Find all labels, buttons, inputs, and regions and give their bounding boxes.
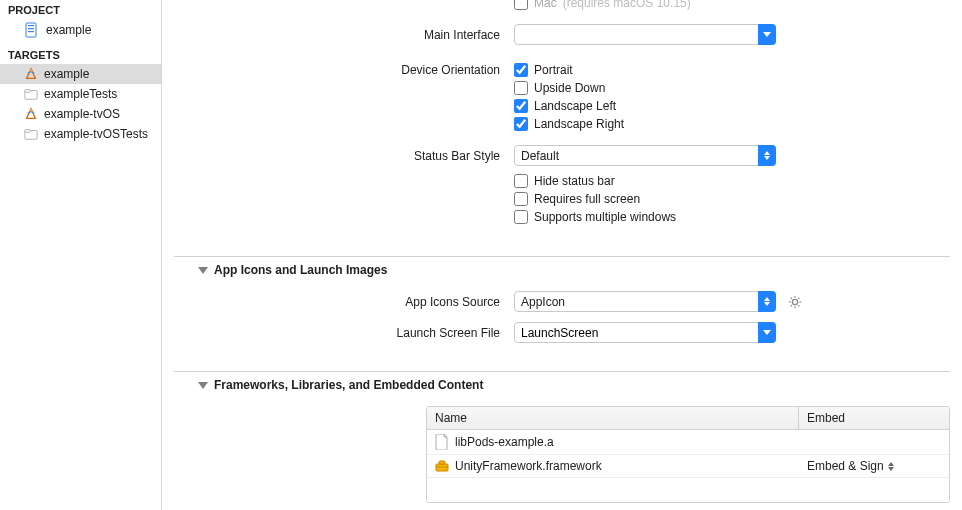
svg-rect-9 [25,130,30,133]
svg-rect-20 [439,461,445,464]
frameworks-embed-select[interactable]: Embed & Sign [799,455,949,477]
project-item-label: example [46,23,91,37]
svg-line-18 [798,297,799,298]
status-bar-style-value: Default [521,149,559,163]
svg-point-10 [792,299,797,304]
mac-checkbox-row: Mac (requires macOS 10.15) [174,0,950,10]
disclosure-triangle-icon[interactable] [198,382,208,389]
launch-screen-label: Launch Screen File [174,326,514,340]
targets-header: TARGETS [0,47,161,64]
orientation-upside-down-checkbox[interactable] [514,81,528,95]
orientation-landscape-left[interactable]: Landscape Left [514,99,624,113]
supports-multiple-windows[interactable]: Supports multiple windows [514,210,676,224]
app-icons-source-select[interactable]: AppIcon [514,291,776,312]
target-item-example-tvos[interactable]: example-tvOS [0,104,161,124]
svg-rect-1 [28,25,34,26]
disclosure-triangle-icon[interactable] [198,267,208,274]
requires-full-screen[interactable]: Requires full screen [514,192,676,206]
sidebar: PROJECT example TARGETS example exampleT… [0,0,162,510]
app-icons-source-row: App Icons Source AppIcon [174,291,950,312]
hide-status-bar-label: Hide status bar [534,174,615,188]
launch-screen-input[interactable] [515,323,775,342]
device-orientation-stack: Portrait Upside Down Landscape Left Land… [514,63,624,135]
target-item-example[interactable]: example [0,64,161,84]
status-bar-style-select[interactable]: Default [514,145,776,166]
orientation-landscape-right-label: Landscape Right [534,117,624,131]
main-interface-combo[interactable] [514,24,776,45]
target-item-label: example-tvOSTests [44,127,148,141]
orientation-portrait[interactable]: Portrait [514,63,624,77]
mac-note: (requires macOS 10.15) [563,0,691,10]
main-interface-row: Main Interface [174,24,950,45]
app-icons-source-value: AppIcon [521,295,565,309]
orientation-landscape-right-checkbox[interactable] [514,117,528,131]
frameworks-col-name[interactable]: Name [427,407,799,429]
launch-screen-combo[interactable] [514,322,776,343]
target-item-label: exampleTests [44,87,117,101]
app-icons-section-title: App Icons and Launch Images [214,263,387,277]
svg-line-15 [791,297,792,298]
status-bar-options-stack: Hide status bar Requires full screen Sup… [514,174,676,228]
frameworks-row-libpods[interactable]: libPods-example.a [427,430,949,455]
svg-rect-6 [25,90,30,93]
mac-label: Mac [534,0,557,10]
main-interface-input[interactable] [515,25,775,44]
svg-line-17 [791,305,792,306]
orientation-upside-down-label: Upside Down [534,81,605,95]
svg-rect-3 [28,31,34,32]
orientation-landscape-right[interactable]: Landscape Right [514,117,624,131]
requires-full-screen-label: Requires full screen [534,192,640,206]
status-bar-style-row: Status Bar Style Default [174,145,950,166]
folder-icon [24,87,38,101]
device-orientation-label: Device Orientation [174,63,514,77]
updown-arrows-icon[interactable] [758,145,776,166]
orientation-portrait-checkbox[interactable] [514,63,528,77]
frameworks-section-header[interactable]: Frameworks, Libraries, and Embedded Cont… [198,378,950,392]
frameworks-row-embed: Embed & Sign [807,459,884,473]
frameworks-row-name: libPods-example.a [455,435,554,449]
status-bar-options-row: Hide status bar Requires full screen Sup… [174,174,950,228]
updown-arrows-icon[interactable] [758,291,776,312]
target-item-label: example [44,67,89,81]
dropdown-arrow-icon[interactable] [758,322,776,343]
target-item-example-tvos-tests[interactable]: example-tvOSTests [0,124,161,144]
frameworks-row-unityframework[interactable]: UnityFramework.framework Embed & Sign [427,455,949,478]
frameworks-col-embed[interactable]: Embed [799,407,949,429]
orientation-portrait-label: Portrait [534,63,573,77]
frameworks-row-empty [427,478,949,502]
app-icons-section: App Icons and Launch Images App Icons So… [174,256,950,343]
svg-line-16 [798,305,799,306]
updown-arrows-icon [888,462,894,471]
project-item-example[interactable]: example [0,19,161,41]
frameworks-section-title: Frameworks, Libraries, and Embedded Cont… [214,378,483,392]
app-a-icon [24,107,38,121]
frameworks-row-name: UnityFramework.framework [455,459,602,473]
hide-status-bar[interactable]: Hide status bar [514,174,676,188]
folder-icon [24,127,38,141]
app-icons-source-label: App Icons Source [174,295,514,309]
supports-multiple-windows-checkbox[interactable] [514,210,528,224]
status-bar-style-label: Status Bar Style [174,149,514,163]
app-icons-gear-button[interactable] [788,295,802,309]
dropdown-arrow-icon[interactable] [758,24,776,45]
orientation-landscape-left-checkbox[interactable] [514,99,528,113]
frameworks-table: Name Embed libPods-example.a [426,406,950,503]
main-panel: Mac (requires macOS 10.15) Main Interfac… [162,0,962,510]
launch-screen-row: Launch Screen File [174,322,950,343]
project-header: PROJECT [0,2,161,19]
requires-full-screen-checkbox[interactable] [514,192,528,206]
orientation-upside-down[interactable]: Upside Down [514,81,624,95]
target-item-example-tests[interactable]: exampleTests [0,84,161,104]
app-icons-section-header[interactable]: App Icons and Launch Images [198,263,950,277]
framework-toolbox-icon [435,459,449,473]
mac-checkbox[interactable] [514,0,528,10]
library-file-icon [435,434,449,450]
frameworks-table-header: Name Embed [427,407,949,430]
xcodeproj-icon [24,22,40,38]
device-orientation-row: Device Orientation Portrait Upside Down … [174,63,950,135]
app-a-icon [24,67,38,81]
main-interface-label: Main Interface [174,28,514,42]
svg-rect-2 [28,28,34,29]
hide-status-bar-checkbox[interactable] [514,174,528,188]
supports-multiple-windows-label: Supports multiple windows [534,210,676,224]
